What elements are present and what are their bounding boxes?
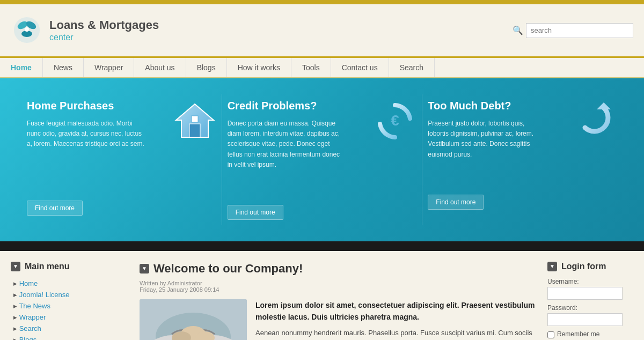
sidebar-item-joomla[interactable]: Joomla! License bbox=[13, 289, 129, 300]
content-date: Friday, 25 January 2008 09:14 bbox=[140, 286, 219, 293]
hero-body-2: Donec porta diam eu massa. Quisque diam … bbox=[228, 119, 346, 170]
login-heading: ▼ Login form bbox=[547, 262, 633, 271]
house-icon bbox=[173, 100, 216, 143]
sidebar-menu: Home Joomla! License The News Wrapper Se… bbox=[11, 278, 129, 340]
nav-item-news[interactable]: News bbox=[43, 58, 84, 77]
content-image bbox=[140, 299, 247, 340]
sidebar-item-home[interactable]: Home bbox=[13, 278, 129, 289]
hero-banner: Home Purchases Fusce feugiat malesuada o… bbox=[0, 78, 644, 241]
hero-cta-3[interactable]: Find out more bbox=[428, 195, 484, 210]
hero-section-3: Too Much Debt? Praesent justo dolor, lob… bbox=[422, 94, 623, 225]
content-heading-icon: ▼ bbox=[140, 264, 149, 274]
nav-item-how[interactable]: How it works bbox=[227, 58, 291, 77]
sidebar-item-search[interactable]: Search bbox=[13, 323, 129, 334]
content-body1: Aenean nonummy hendrerit mauris. Phasell… bbox=[255, 329, 532, 337]
logo-title: Loans & Mortgages bbox=[49, 18, 159, 32]
username-label: Username: bbox=[547, 278, 633, 285]
logo-text: Loans & Mortgages center bbox=[49, 18, 159, 42]
nav-item-search[interactable]: Search bbox=[389, 58, 435, 77]
sidebar-item-blogs[interactable]: Blogs bbox=[13, 334, 129, 340]
logo-area: Loans & Mortgages center bbox=[11, 16, 159, 45]
login-sidebar: ▼ Login form Username: Password: Remembe… bbox=[547, 262, 633, 340]
content-paragraph: Aenean nonummy hendrerit mauris. Phasell… bbox=[255, 328, 537, 340]
nav-item-home[interactable]: Home bbox=[0, 58, 43, 77]
content-author: Written by Administrator bbox=[140, 280, 202, 286]
dark-separator bbox=[0, 241, 644, 251]
nav-item-contact[interactable]: Contact us bbox=[331, 58, 389, 77]
svg-text:€: € bbox=[391, 112, 400, 129]
sidebar-item-wrapper[interactable]: Wrapper bbox=[13, 312, 129, 323]
remember-row: Remember me bbox=[547, 330, 633, 339]
svg-rect-7 bbox=[192, 116, 198, 122]
hero-body-1: Fusce feugiat malesuada odio. Morbi nunc… bbox=[27, 119, 145, 150]
sidebar-item-news[interactable]: The News bbox=[13, 300, 129, 312]
hero-cta-1[interactable]: Find out more bbox=[27, 201, 83, 216]
content-meta: Written by Administrator Friday, 25 Janu… bbox=[140, 280, 537, 293]
hero-cta-2[interactable]: Find out more bbox=[228, 205, 283, 220]
search-input[interactable] bbox=[526, 23, 633, 38]
logo-icon bbox=[11, 16, 43, 45]
search-area: 🔍 bbox=[513, 23, 633, 38]
content-body: Lorem ipsum dolor sit amet, consectetuer… bbox=[140, 299, 537, 340]
remember-label: Remember me bbox=[557, 330, 599, 338]
hero-section-2: Credit Problems? Donec porta diam eu mas… bbox=[222, 94, 423, 225]
content-title: Welcome to our Company! bbox=[153, 262, 303, 276]
nav-item-wrapper[interactable]: Wrapper bbox=[84, 58, 134, 77]
euro-icon: € bbox=[374, 100, 416, 143]
nav-item-tools[interactable]: Tools bbox=[291, 58, 331, 77]
login-form: Username: Password: Remember me Login bbox=[547, 278, 633, 340]
handshake-svg bbox=[140, 299, 247, 340]
svg-marker-9 bbox=[597, 102, 611, 109]
remember-checkbox[interactable] bbox=[547, 331, 554, 338]
nav: Home News Wrapper About us Blogs How it … bbox=[0, 58, 644, 78]
content-bold-text: Lorem ipsum dolor sit amet, consectetuer… bbox=[255, 299, 537, 323]
password-label: Password: bbox=[547, 304, 633, 312]
main-content: ▼ Main menu Home Joomla! License The New… bbox=[0, 251, 644, 340]
hero-body-3: Praesent justo dolor, lobortis quis, lob… bbox=[428, 119, 546, 160]
svg-point-4 bbox=[25, 27, 29, 32]
content-area: ▼ Welcome to our Company! Written by Adm… bbox=[140, 262, 537, 340]
logo-subtitle: center bbox=[49, 33, 73, 42]
content-text: Lorem ipsum dolor sit amet, consectetuer… bbox=[255, 299, 537, 340]
nav-item-about[interactable]: About us bbox=[134, 58, 186, 77]
password-input[interactable] bbox=[547, 313, 623, 326]
sidebar-heading-icon: ▼ bbox=[11, 262, 20, 271]
svg-rect-6 bbox=[189, 124, 200, 137]
login-heading-icon: ▼ bbox=[547, 262, 557, 271]
login-title: Login form bbox=[561, 262, 606, 271]
hero-section-1: Home Purchases Fusce feugiat malesuada o… bbox=[21, 94, 222, 225]
sidebar-heading: ▼ Main menu bbox=[11, 262, 129, 271]
nav-item-blogs[interactable]: Blogs bbox=[186, 58, 227, 77]
sidebar-title: Main menu bbox=[25, 262, 70, 271]
search-icon: 🔍 bbox=[513, 25, 523, 35]
header: Loans & Mortgages center 🔍 bbox=[0, 4, 644, 58]
refresh-icon bbox=[574, 100, 617, 143]
sidebar: ▼ Main menu Home Joomla! License The New… bbox=[11, 262, 129, 340]
username-input[interactable] bbox=[547, 287, 623, 300]
content-heading: ▼ Welcome to our Company! bbox=[140, 262, 537, 276]
